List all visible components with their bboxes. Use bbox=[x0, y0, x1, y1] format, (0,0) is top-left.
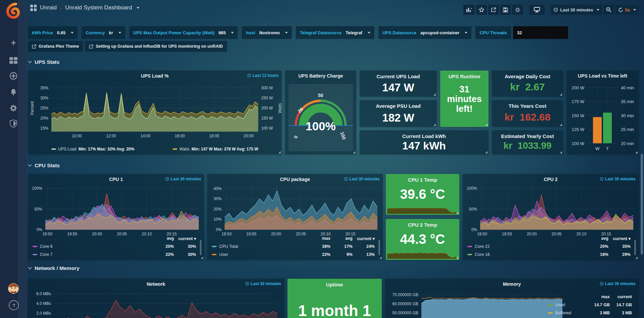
cpu-package-chart[interactable]: 40%30%20%10%0%19:5019:5520:0020:0520:102… bbox=[225, 186, 377, 230]
panel-time-range[interactable]: Last 30 minutes bbox=[165, 177, 201, 181]
panel-title[interactable]: UPS Battery Charge bbox=[285, 73, 356, 79]
legend-column-header[interactable]: avg bbox=[330, 236, 353, 241]
bar-category-label: W bbox=[595, 146, 599, 151]
cpu2-chart[interactable]: 100%50%0%19:5019:5520:0020:0520:1020:15 bbox=[480, 186, 633, 230]
stat-title[interactable]: UPS Runtime bbox=[440, 74, 489, 79]
time-range-picker[interactable]: Last 30 minutes bbox=[551, 5, 602, 15]
link-grafana-plex-theme[interactable]: Grafana Plex Theme bbox=[28, 41, 83, 52]
memory-chart[interactable]: 70.000000 GB60.000000 GB50.000000 GB bbox=[421, 290, 562, 318]
save-button[interactable] bbox=[500, 5, 511, 15]
section-network-memory[interactable]: Network / Memory bbox=[28, 265, 80, 271]
legend-value: 13% bbox=[353, 252, 375, 257]
gauge-tick: 50 bbox=[318, 93, 323, 98]
breadcrumb-app[interactable]: Unraid bbox=[40, 4, 57, 11]
legend-value: 9% bbox=[330, 252, 353, 257]
stat-title[interactable]: Current UPS Load bbox=[360, 74, 437, 79]
axis-tick: 50% bbox=[469, 207, 477, 212]
link-ups-monitoring-guide[interactable]: Setting up Grafana and InfluxDB for UPS … bbox=[85, 41, 227, 52]
legend-ups-load[interactable]: UPS Load Min: 17% Max: 32% Avg: 20% bbox=[51, 147, 134, 151]
legend-row[interactable]: Used14.7 GB14.7 GB bbox=[548, 301, 632, 309]
server-admin-shield-icon[interactable] bbox=[0, 117, 27, 130]
panel-time-range[interactable]: Last 30 minutes bbox=[344, 177, 380, 181]
legend-column-header[interactable]: current ▾ bbox=[353, 236, 375, 241]
gauge-value: 100% bbox=[285, 120, 356, 133]
user-avatar[interactable] bbox=[8, 283, 19, 294]
legend-scrollbar[interactable] bbox=[634, 240, 636, 255]
load-vs-time-chart[interactable]: 200 W40 min175 W35 min150 W30 min125 W25… bbox=[587, 85, 618, 144]
create-icon[interactable]: + bbox=[0, 36, 27, 49]
panel-title[interactable]: UPS Load % bbox=[28, 73, 282, 79]
help-icon[interactable]: ? bbox=[9, 300, 19, 310]
legend-watts[interactable]: Watts Min: 147 W Max: 278 W Avg: 175 W bbox=[173, 147, 258, 151]
legend-column-header[interactable]: avg bbox=[152, 236, 174, 241]
ups-load-chart[interactable]: 35%300 W30%250 W25%200 W20%150 W15%100 W… bbox=[51, 85, 258, 132]
legend-scrollbar[interactable] bbox=[200, 240, 201, 255]
variable-host[interactable]: host Nostromo bbox=[242, 26, 292, 39]
axis-tick: 50.000000 GB bbox=[393, 311, 418, 315]
legend-column-header[interactable]: current ▾ bbox=[608, 236, 631, 241]
legend-column-header[interactable]: current ▾ bbox=[174, 236, 196, 241]
stat-title[interactable]: Estimated Yearly Cost bbox=[492, 133, 563, 139]
apps-grid-icon[interactable] bbox=[30, 5, 37, 11]
legend-value: 20% bbox=[152, 244, 174, 249]
panel-time-range[interactable]: Last 30 minutes bbox=[600, 177, 636, 181]
variable-currency[interactable]: Currency kr bbox=[82, 26, 125, 39]
dashboard-links: Grafana Plex Theme Setting up Grafana an… bbox=[28, 41, 227, 52]
panel-ups-runtime: UPS Runtime 31 minutes left! bbox=[440, 71, 489, 127]
dashboard-settings-gear-icon[interactable] bbox=[512, 5, 523, 15]
legend-row[interactable]: Core 2220%35% bbox=[467, 242, 631, 251]
variable-ups-datasource[interactable]: UPS Datasource apcupsd-container bbox=[378, 26, 471, 39]
panel-title[interactable]: UPS Load vs Time left bbox=[566, 73, 639, 79]
panel-time-range[interactable]: Last 30 minutes bbox=[600, 281, 636, 286]
legend-row[interactable]: CPU Total38%17%24% bbox=[212, 242, 375, 251]
legend-row[interactable]: Core 1618%29% bbox=[467, 251, 631, 259]
axis-tick: 20% bbox=[214, 207, 222, 212]
cycle-view-monitor-icon[interactable] bbox=[529, 5, 545, 15]
stat-title[interactable]: CPU 2 Temp bbox=[386, 222, 459, 228]
axis-tick: 18:00 bbox=[209, 134, 219, 138]
stat-title[interactable]: CPU 1 Temp bbox=[386, 177, 459, 183]
axis-tick: 0% bbox=[471, 227, 477, 232]
stat-title[interactable]: Average Daily Cost bbox=[492, 74, 563, 79]
stat-title[interactable]: Current Load kWh bbox=[360, 133, 489, 139]
legend-column-header[interactable]: avg bbox=[586, 236, 608, 241]
page-scrollbar[interactable] bbox=[641, 154, 643, 255]
legend-row[interactable]: Core 620%30% bbox=[33, 242, 196, 251]
chevron-down-icon[interactable] bbox=[137, 7, 139, 9]
dashboards-icon[interactable] bbox=[0, 54, 27, 67]
panel-time-range[interactable]: Last 30 minutes bbox=[245, 281, 281, 286]
grafana-logo-icon[interactable] bbox=[5, 2, 22, 19]
stat-title[interactable]: This Years Cost bbox=[492, 103, 563, 109]
axis-tick: 300 W bbox=[261, 86, 273, 90]
stat-title[interactable]: Uptime bbox=[287, 282, 382, 287]
section-cpu-stats[interactable]: CPU Stats bbox=[28, 163, 60, 169]
stat-title[interactable]: Average PSU Load bbox=[360, 103, 437, 109]
zoom-out-button[interactable] bbox=[603, 5, 614, 15]
variable-telegraf-datasource[interactable]: Telegraf Datasource Telegraf bbox=[296, 26, 374, 39]
breadcrumb-dashboard[interactable]: Unraid System Dashboard bbox=[65, 4, 132, 11]
cpu-threads-input[interactable]: 32 bbox=[513, 26, 568, 39]
section-ups-stats[interactable]: UPS Stats bbox=[28, 59, 59, 65]
panel-time-range[interactable]: Last 12 hours bbox=[247, 73, 279, 78]
star-button[interactable] bbox=[476, 5, 487, 15]
add-panel-button[interactable] bbox=[463, 5, 475, 15]
cpu1-chart[interactable]: 100%50%0%19:5019:5520:0020:0520:1020:15 bbox=[45, 186, 199, 230]
legend-column-header[interactable]: current bbox=[610, 294, 632, 299]
network-chart[interactable]: 6.0 MBs4.0 MBs2.0 MBs bbox=[54, 290, 277, 318]
legend-row[interactable]: Buffered3 MB3 MB bbox=[548, 309, 632, 317]
refresh-picker[interactable]: 5s bbox=[615, 5, 639, 15]
legend-scrollbar[interactable] bbox=[378, 240, 380, 255]
share-button[interactable] bbox=[488, 5, 499, 15]
alerting-bell-icon[interactable] bbox=[0, 85, 27, 99]
variable-cpu-threads-label: CPU Threads bbox=[475, 26, 511, 39]
legend-column-header[interactable]: max bbox=[588, 294, 610, 299]
axis-tick: 35% bbox=[40, 86, 48, 90]
legend-header: maxavgcurrent ▾ bbox=[212, 234, 375, 242]
configuration-gear-icon[interactable] bbox=[0, 101, 27, 115]
explore-icon[interactable] bbox=[0, 69, 27, 83]
variable-ups-max-output[interactable]: UPS Max Output Power Capacity (Watt) 865 bbox=[129, 26, 238, 39]
legend-row[interactable]: User22%9%13% bbox=[212, 251, 375, 259]
variable-kwh-price[interactable]: kWh Price 0.65 bbox=[28, 26, 78, 39]
legend-column-header[interactable]: max bbox=[308, 236, 330, 241]
legend-row[interactable]: Core 722%30% bbox=[33, 251, 196, 259]
